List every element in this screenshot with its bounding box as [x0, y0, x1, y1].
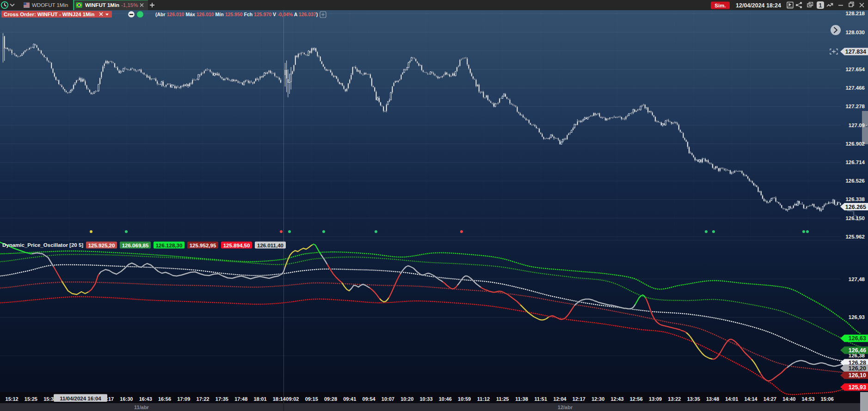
svg-text:13:09: 13:09	[649, 396, 662, 402]
svg-text:125.925,20: 125.925,20	[88, 243, 115, 248]
svg-text:126.265: 126.265	[845, 204, 866, 210]
svg-text:12:30: 12:30	[591, 396, 604, 402]
svg-text:128.030: 128.030	[845, 30, 865, 35]
svg-text:11:12: 11:12	[477, 396, 490, 402]
svg-text:11:51: 11:51	[535, 396, 548, 402]
svg-text:126,20: 126,20	[849, 365, 866, 372]
svg-text:126,46: 126,46	[849, 347, 866, 354]
svg-text:126.902: 126.902	[845, 141, 865, 147]
svg-text:10:07: 10:07	[382, 396, 394, 402]
svg-text:127.09: 127.09	[849, 123, 865, 128]
svg-text:17:35: 17:35	[215, 396, 228, 402]
svg-text:12:04: 12:04	[554, 396, 567, 402]
svg-text:126.069,85: 126.069,85	[122, 243, 149, 248]
svg-text:14:40: 14:40	[782, 396, 795, 402]
svg-text:14:01: 14:01	[725, 396, 738, 402]
svg-text:1: 1	[819, 2, 822, 9]
svg-text:16:43: 16:43	[139, 396, 152, 402]
svg-text:10:33: 10:33	[419, 396, 432, 402]
svg-text:11:38: 11:38	[515, 396, 528, 402]
svg-text:«: «	[866, 123, 868, 128]
svg-text:126,93: 126,93	[849, 314, 865, 320]
svg-text:12/04/2024 18:24: 12/04/2024 18:24	[736, 2, 781, 9]
svg-text:10:59: 10:59	[458, 396, 471, 402]
svg-text:126.150: 126.150	[845, 215, 865, 221]
svg-text:18:14: 18:14	[273, 396, 286, 402]
svg-text:127.466: 127.466	[845, 85, 865, 91]
svg-text:09:41: 09:41	[343, 396, 356, 402]
svg-text:15:06: 15:06	[821, 396, 834, 402]
svg-text:125,93: 125,93	[849, 384, 866, 391]
svg-text:12/abr: 12/abr	[558, 405, 573, 410]
svg-text:127.834: 127.834	[845, 49, 866, 55]
svg-text:10:46: 10:46	[439, 396, 452, 402]
svg-text:126.338: 126.338	[845, 196, 865, 202]
svg-text:125.952,95: 125.952,95	[190, 243, 216, 248]
svg-text:126.011,40: 126.011,40	[257, 243, 283, 248]
svg-text:125.894,50: 125.894,50	[223, 243, 250, 248]
svg-text:127,48: 127,48	[849, 276, 865, 282]
svg-text:13:22: 13:22	[668, 396, 681, 402]
svg-text:127.278: 127.278	[845, 104, 865, 109]
svg-text:WDOFUT 1Min: WDOFUT 1Min	[32, 2, 68, 8]
svg-text:11/04/2024 16:04: 11/04/2024 16:04	[60, 396, 101, 401]
svg-text:WINFUT 1Min: WINFUT 1Min	[85, 2, 119, 8]
svg-text:09:02: 09:02	[286, 396, 299, 402]
svg-text:09:28: 09:28	[324, 396, 337, 402]
svg-text:14:53: 14:53	[801, 396, 814, 402]
svg-text:11:25: 11:25	[496, 396, 509, 402]
svg-text:Cross Order: WINFUT - WINJ24 1: Cross Order: WINFUT - WINJ24 1Min	[4, 12, 95, 17]
svg-text:13:48: 13:48	[706, 396, 719, 402]
svg-text:09:15: 09:15	[305, 396, 318, 402]
svg-text:-1,15%: -1,15%	[121, 2, 138, 8]
svg-text:126.714: 126.714	[845, 159, 865, 165]
svg-text:14:27: 14:27	[763, 396, 776, 402]
svg-text:17:48: 17:48	[234, 396, 247, 402]
svg-text:16:30: 16:30	[120, 396, 133, 402]
svg-text:127.654: 127.654	[845, 67, 865, 72]
svg-text:14:14: 14:14	[745, 396, 758, 402]
svg-text:16:56: 16:56	[158, 396, 171, 402]
svg-text:11/abr: 11/abr	[134, 405, 149, 410]
svg-text:10:20: 10:20	[400, 396, 413, 402]
svg-text:126.526: 126.526	[845, 178, 865, 184]
svg-text:09:54: 09:54	[363, 396, 376, 402]
svg-text:13:35: 13:35	[687, 396, 700, 402]
svg-text:126.128,30: 126.128,30	[156, 243, 183, 248]
svg-text:Sim.: Sim.	[714, 3, 726, 8]
svg-text:15:25: 15:25	[25, 396, 37, 402]
svg-text:126,63: 126,63	[849, 335, 866, 342]
svg-text:17:09: 17:09	[177, 396, 190, 402]
svg-text:15:12: 15:12	[6, 396, 18, 402]
svg-text:12:56: 12:56	[630, 396, 643, 402]
svg-text:12:43: 12:43	[610, 396, 623, 402]
svg-text:(Abr 126.010 Máx 126.010 Mín 1: (Abr 126.010 Máx 126.010 Mín 125.950 Fch…	[155, 12, 318, 17]
svg-text:128.218: 128.218	[845, 11, 865, 16]
svg-text:Dynamic_Price_Oscillator [20 5: Dynamic_Price_Oscillator [20 5]	[2, 242, 83, 248]
svg-text:12:17: 12:17	[573, 396, 585, 402]
svg-text:126,10: 126,10	[849, 372, 866, 379]
svg-text:125.962: 125.962	[845, 234, 865, 239]
svg-text:18:01: 18:01	[253, 396, 266, 402]
svg-text:17:22: 17:22	[197, 396, 209, 402]
